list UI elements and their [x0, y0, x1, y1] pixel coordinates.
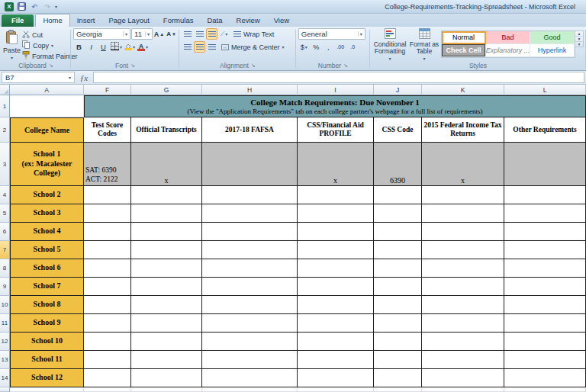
- gallery-up-icon[interactable]: ▲: [575, 31, 583, 37]
- row-header-11[interactable]: 11: [0, 314, 10, 333]
- school-name-cell[interactable]: School 6: [10, 259, 84, 278]
- gallery-more-icon[interactable]: ▼: [575, 42, 583, 47]
- school-1-css-code-cell[interactable]: 6390: [374, 143, 422, 186]
- style-bad[interactable]: Bad: [486, 31, 530, 44]
- school-1-fafsa-cell[interactable]: [202, 143, 298, 186]
- cell[interactable]: [374, 186, 422, 204]
- italic-button[interactable]: I: [85, 41, 97, 53]
- tab-formulas[interactable]: Formulas: [156, 14, 201, 27]
- cell[interactable]: [504, 186, 586, 204]
- number-format-select[interactable]: General▾: [298, 28, 365, 40]
- col-header-k[interactable]: K: [422, 85, 504, 95]
- underline-button[interactable]: U: [98, 41, 109, 53]
- row-header-7-selected[interactable]: 7: [0, 241, 10, 259]
- cell[interactable]: [84, 369, 131, 387]
- col-header-i[interactable]: I: [298, 85, 374, 95]
- row-header-9[interactable]: 9: [0, 278, 10, 296]
- col-header-g[interactable]: G: [131, 85, 202, 95]
- cell[interactable]: [422, 241, 504, 259]
- cell[interactable]: [131, 241, 202, 259]
- cell[interactable]: [298, 186, 374, 204]
- col-header-f[interactable]: F: [84, 85, 131, 95]
- merge-center-button[interactable]: ↔ Merge & Center ▾: [221, 42, 285, 52]
- borders-button[interactable]: ▾: [110, 41, 123, 53]
- cell[interactable]: [84, 223, 131, 241]
- cell[interactable]: [131, 296, 202, 314]
- cell[interactable]: [84, 278, 131, 296]
- row-header-12[interactable]: 12: [0, 333, 10, 351]
- cell[interactable]: [374, 351, 422, 369]
- college-name-header-cell[interactable]: College Name: [10, 117, 84, 143]
- select-all-corner[interactable]: [0, 85, 10, 95]
- insert-function-icon[interactable]: ƒx: [76, 73, 92, 82]
- cell[interactable]: [202, 351, 298, 369]
- grow-font-button[interactable]: A▲: [153, 28, 165, 40]
- accounting-format-button[interactable]: $▾: [298, 41, 310, 53]
- tab-insert[interactable]: Insert: [70, 14, 102, 27]
- school-name-cell[interactable]: School 12: [10, 369, 84, 387]
- cell[interactable]: [131, 259, 202, 278]
- row-header-6[interactable]: 6: [0, 223, 10, 241]
- school-1-test-scores-cell[interactable]: SAT: 6390 ACT: 2122: [84, 143, 131, 186]
- wrap-text-button[interactable]: Wrap Text: [233, 29, 274, 39]
- cell[interactable]: [202, 259, 298, 278]
- row-header-5[interactable]: 5: [0, 204, 10, 223]
- cell[interactable]: [422, 333, 504, 351]
- row-header-8[interactable]: 8: [0, 259, 10, 278]
- col-header-h[interactable]: H: [202, 85, 298, 95]
- school-1-css-profile-cell[interactable]: x: [298, 143, 374, 186]
- school-name-cell[interactable]: School 9: [10, 314, 84, 333]
- banner-cell[interactable]: College Match Requirements: Due November…: [84, 95, 586, 117]
- school-1-other-cell[interactable]: [504, 143, 586, 186]
- cell[interactable]: [422, 369, 504, 387]
- school-name-cell[interactable]: School 3: [10, 204, 84, 223]
- comma-style-button[interactable]: ,: [323, 41, 334, 53]
- cell[interactable]: [131, 387, 202, 392]
- font-size-select[interactable]: 11▾: [131, 28, 153, 40]
- cell[interactable]: [374, 241, 422, 259]
- cell[interactable]: [374, 333, 422, 351]
- cell[interactable]: [84, 296, 131, 314]
- cell[interactable]: [422, 186, 504, 204]
- align-right-button[interactable]: [206, 41, 217, 53]
- cell[interactable]: [504, 333, 586, 351]
- header-tax-returns[interactable]: 2015 Federal Income Tax Returns: [422, 117, 504, 143]
- cell[interactable]: [84, 204, 131, 223]
- cell[interactable]: [422, 387, 504, 392]
- cell[interactable]: [422, 278, 504, 296]
- school-name-cell[interactable]: School 10: [10, 333, 84, 351]
- cell[interactable]: [202, 314, 298, 333]
- format-painter-button[interactable]: Format Painter: [22, 51, 78, 61]
- row-header-13[interactable]: 13: [0, 351, 10, 369]
- orientation-button[interactable]: ⟋▾: [218, 28, 230, 40]
- row-header-partial[interactable]: [0, 387, 10, 392]
- tab-page-layout[interactable]: Page Layout: [101, 14, 156, 27]
- header-test-score-codes[interactable]: Test Score Codes: [84, 117, 131, 143]
- row-header-1[interactable]: 1: [0, 95, 10, 117]
- cell[interactable]: [298, 296, 374, 314]
- cell[interactable]: [202, 241, 298, 259]
- cell[interactable]: [131, 204, 202, 223]
- cell[interactable]: [84, 186, 131, 204]
- tab-review[interactable]: Review: [230, 14, 267, 27]
- cell[interactable]: [374, 387, 422, 392]
- school-1-transcripts-cell[interactable]: x: [131, 143, 202, 186]
- cell[interactable]: [504, 387, 586, 392]
- cell[interactable]: [131, 186, 202, 204]
- cell[interactable]: [422, 351, 504, 369]
- redo-icon[interactable]: ↷: [42, 2, 53, 11]
- style-good[interactable]: Good: [530, 31, 575, 44]
- tab-view[interactable]: View: [267, 14, 296, 27]
- cell[interactable]: [202, 387, 298, 392]
- cell[interactable]: [84, 351, 131, 369]
- school-name-cell[interactable]: School 11: [10, 351, 84, 369]
- tab-file[interactable]: File: [2, 14, 34, 27]
- col-header-j[interactable]: J: [374, 85, 422, 95]
- align-middle-button[interactable]: [194, 28, 205, 40]
- cell[interactable]: [202, 204, 298, 223]
- col-header-a[interactable]: A: [10, 85, 84, 95]
- cell[interactable]: [131, 351, 202, 369]
- cell[interactable]: [84, 333, 131, 351]
- cell[interactable]: [298, 259, 374, 278]
- col-header-l[interactable]: L: [504, 85, 586, 95]
